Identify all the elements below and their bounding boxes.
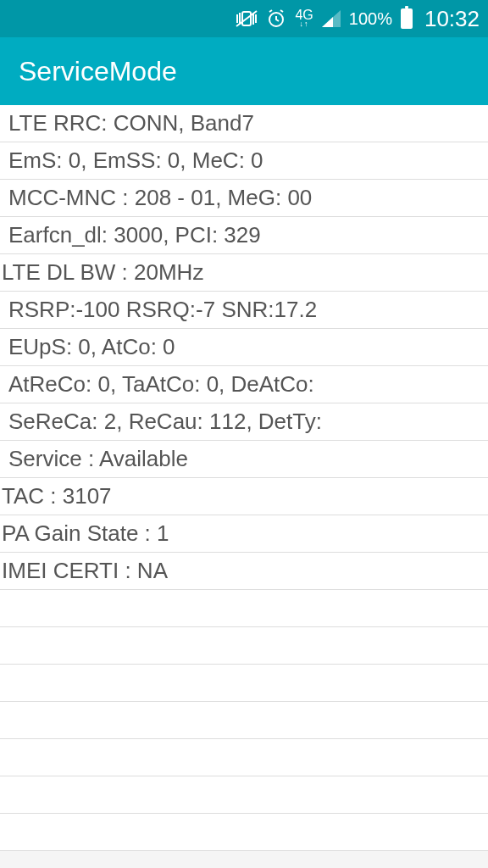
app-title: ServiceMode <box>19 56 177 87</box>
list-item[interactable]: Earfcn_dl: 3000, PCI: 329 <box>0 217 488 254</box>
service-mode-list: LTE RRC: CONN, Band7EmS: 0, EmSS: 0, MeC… <box>0 105 488 851</box>
list-item[interactable]: AtReCo: 0, TaAtCo: 0, DeAtCo: <box>0 366 488 403</box>
list-item[interactable]: Service : Available <box>0 441 488 478</box>
network-type-icon: 4G ↓↑ <box>295 10 313 27</box>
list-item[interactable]: RSRP:-100 RSRQ:-7 SNR:17.2 <box>0 292 488 329</box>
list-item[interactable]: EUpS: 0, AtCo: 0 <box>0 329 488 366</box>
list-item[interactable] <box>0 665 488 702</box>
clock: 10:32 <box>424 6 480 32</box>
list-item[interactable]: SeReCa: 2, ReCau: 112, DetTy: <box>0 403 488 441</box>
status-icons: 4G ↓↑ 100% 10:32 <box>236 6 480 32</box>
status-bar: 4G ↓↑ 100% 10:32 <box>0 0 488 37</box>
list-item[interactable]: IMEI CERTI : NA <box>0 553 488 590</box>
list-item[interactable]: PA Gain State : 1 <box>0 515 488 553</box>
list-item[interactable]: LTE RRC: CONN, Band7 <box>0 105 488 142</box>
list-item[interactable] <box>0 739 488 776</box>
alarm-icon <box>266 8 286 29</box>
vibrate-icon <box>236 9 258 28</box>
signal-icon <box>322 10 341 27</box>
list-item[interactable] <box>0 702 488 739</box>
list-item[interactable] <box>0 627 488 665</box>
list-item[interactable]: LTE DL BW : 20MHz <box>0 254 488 292</box>
list-item[interactable] <box>0 776 488 814</box>
list-item[interactable] <box>0 814 488 851</box>
list-item[interactable]: MCC-MNC : 208 - 01, MeG: 00 <box>0 180 488 217</box>
battery-icon <box>401 8 413 29</box>
network-arrows: ↓↑ <box>300 21 309 27</box>
list-item[interactable] <box>0 590 488 627</box>
app-bar: ServiceMode <box>0 37 488 105</box>
list-item[interactable]: TAC : 3107 <box>0 478 488 515</box>
battery-percent: 100% <box>349 9 392 29</box>
list-item[interactable]: EmS: 0, EmSS: 0, MeC: 0 <box>0 142 488 180</box>
